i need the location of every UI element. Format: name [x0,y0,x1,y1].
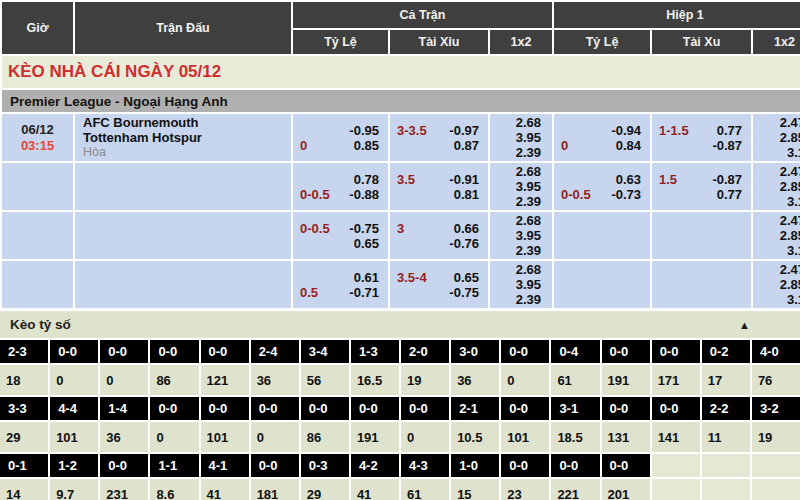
match-time-cell [2,163,73,210]
score-odds-cell: 191 [602,365,650,395]
score-cell[interactable]: 0-1 [0,454,48,477]
odds-cell-h1-1x2[interactable]: 2.472.853.1 [753,114,800,161]
odds-cell-ft-1x2[interactable]: 2.683.952.39 [490,261,552,308]
odds-cell-h1-handicap[interactable]: -0.9400.84 [554,114,650,161]
odds-cell-ft-1x2[interactable]: 2.683.952.39 [490,114,552,161]
score-odds-cell: 0 [150,422,198,452]
score-odds-cell: 86 [150,365,198,395]
empty-cell [752,479,800,500]
score-cell[interactable]: 0-3 [301,454,349,477]
score-cell[interactable]: 0-4 [551,340,599,363]
score-cell[interactable]: 1-3 [351,340,399,363]
score-cell[interactable]: 0-0 [501,340,549,363]
score-cell[interactable]: 4-1 [201,454,249,477]
score-cell[interactable]: 0-0 [351,397,399,420]
odds-value: 0.84 [616,138,641,153]
score-cell[interactable]: 2-1 [451,397,499,420]
score-cell[interactable]: 3-1 [551,397,599,420]
score-cell[interactable]: 4-0 [752,340,800,363]
score-cell[interactable]: 0-0 [150,340,198,363]
score-cell[interactable]: 0-0 [551,454,599,477]
header-sub-h1-1x2: 1x2 [753,30,800,54]
score-cell[interactable]: 0-0 [201,340,249,363]
score-cell[interactable]: 0-0 [602,340,650,363]
score-cell[interactable]: 1-4 [100,397,148,420]
odds-cell-h1-handicap[interactable]: 0.630-0.5-0.73 [554,163,650,210]
score-cell[interactable]: 0-0 [50,340,98,363]
odds-cell-h1-1x2[interactable]: 2.472.853.1 [753,212,800,259]
score-cell[interactable]: 0-0 [501,397,549,420]
odds-value: 2.47 [754,115,800,130]
odds-cell-ft-handicap[interactable]: 0-0.5-0.750.65 [293,212,388,259]
score-cell[interactable]: 0-0 [652,397,700,420]
collapse-arrow-icon[interactable]: ▲ [739,319,750,331]
score-cell[interactable]: 2-4 [251,340,299,363]
odds-value: -0.76 [449,236,479,251]
odds-value: 3.95 [491,277,551,292]
page-title: KÈO NHÀ CÁI NGÀY 05/12 [2,56,800,88]
odds-value: 2.68 [491,213,551,228]
odds-cell-ft-handicap[interactable]: 0.610.5-0.71 [293,261,388,308]
score-cell[interactable]: 2-2 [702,397,750,420]
score-cell[interactable]: 0-0 [100,340,148,363]
odds-cell-ft-overunder[interactable]: 3.5-0.910.81 [390,163,488,210]
odds-cell-h1-1x2[interactable]: 2.472.853.1 [753,261,800,308]
score-cell[interactable]: 0-0 [652,340,700,363]
score-cell[interactable]: 0-0 [251,397,299,420]
score-cell[interactable]: 1-1 [150,454,198,477]
score-cell[interactable]: 1-2 [50,454,98,477]
draw-label: Hòa [83,145,290,160]
odds-value: -0.97 [449,123,479,138]
odds-cell-h1-overunder[interactable]: 1.5-0.870.77 [652,163,751,210]
odds-cell-ft-overunder[interactable]: 30.66-0.76 [390,212,488,259]
score-cell[interactable]: 2-0 [401,340,449,363]
odds-cell-h1-1x2[interactable]: 2.472.853.1 [753,163,800,210]
score-cell[interactable]: 0-0 [602,397,650,420]
score-cell[interactable]: 0-0 [301,397,349,420]
score-cell[interactable]: 0-0 [251,454,299,477]
odds-cell-ft-overunder-line: -0.75 [391,285,487,300]
score-cell[interactable]: 0-0 [150,397,198,420]
score-odds-cell: 11 [702,422,750,452]
odds-cell-h1-handicap-line: 0.63 [555,172,649,187]
score-cell[interactable]: 3-0 [451,340,499,363]
odds-cell-ft-overunder[interactable]: 3.5-40.65-0.75 [390,261,488,308]
score-odds-cell: 29 [0,422,48,452]
odds-cell-ft-overunder[interactable]: 3-3.5-0.970.87 [390,114,488,161]
handicap-label: 0-0.5 [300,221,330,236]
header-sub-h1-taixu: Tài Xu [652,30,751,54]
score-cell[interactable]: 0-2 [702,340,750,363]
score-cell[interactable]: 0-0 [401,397,449,420]
score-cell[interactable]: 3-2 [752,397,800,420]
score-cell[interactable]: 4-2 [351,454,399,477]
odds-row: 0-0.5-0.750.6530.66-0.762.683.952.392.47… [2,212,800,259]
score-cell[interactable]: 0-0 [501,454,549,477]
header-sub-ft-1x2: 1x2 [490,30,552,54]
score-section-bar: Kèo tỷ số ▲ [0,311,800,338]
odds-cell-ft-1x2[interactable]: 2.683.952.39 [490,163,552,210]
handicap-label: 1.5 [659,172,677,187]
match-name-cell[interactable]: AFC BournemouthTottenham HotspurHòa [75,114,291,161]
score-odds-cell: 17 [702,365,750,395]
score-cell[interactable]: 0-0 [100,454,148,477]
score-cell[interactable]: 3-4 [301,340,349,363]
odds-cell-ft-handicap[interactable]: -0.9500.85 [293,114,388,161]
odds-value: 2.47 [754,164,800,179]
odds-cell-ft-1x2[interactable]: 2.683.952.39 [490,212,552,259]
score-cell[interactable]: 0-0 [602,454,650,477]
odds-cell-h1-overunder[interactable]: 1-1.50.77-0.87 [652,114,751,161]
score-cell[interactable]: 1-0 [451,454,499,477]
score-cell[interactable]: 3-3 [0,397,48,420]
odds-cell-ft-handicap[interactable]: 0.780-0.5-0.88 [293,163,388,210]
score-cell[interactable]: 2-3 [0,340,48,363]
score-odds-cell: 76 [752,365,800,395]
score-cell[interactable]: 0-0 [201,397,249,420]
odds-cell-ft-overunder-line: 3-3.5-0.97 [391,123,487,138]
odds-value: 2.68 [491,115,551,130]
score-cell[interactable]: 4-3 [401,454,449,477]
empty-cell [752,454,800,477]
odds-value: 3.95 [491,179,551,194]
score-cell[interactable]: 4-4 [50,397,98,420]
odds-cell-ft-handicap-line: 0.78 [294,172,387,187]
odds-cell-ft-handicap-line: -0.95 [294,123,387,138]
